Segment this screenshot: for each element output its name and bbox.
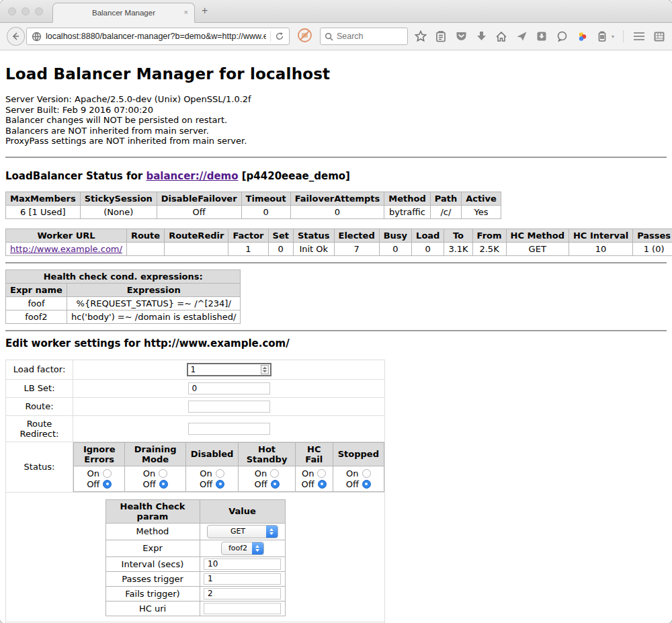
search-icon: [325, 32, 333, 41]
draining-mode-on-radio[interactable]: [159, 469, 167, 478]
proxypass-note-line: ProxyPass settings are NOT inherited fro…: [5, 136, 667, 147]
lb-set-row: LB Set:: [6, 379, 385, 397]
expr-select[interactable]: foof2: [221, 542, 264, 555]
expr-label: Expr: [106, 540, 200, 556]
hc-fail-off-radio[interactable]: [318, 480, 327, 489]
hot-standby-on-radio[interactable]: [270, 469, 279, 478]
route-input[interactable]: [188, 401, 270, 413]
ignore-errors-on-radio[interactable]: [103, 469, 112, 478]
number-spinner-icon[interactable]: [261, 365, 269, 374]
method-select[interactable]: GET: [207, 525, 278, 538]
browser-window: Balancer Manager × + localhost:8880/bala…: [0, 0, 672, 623]
worker-url-link[interactable]: http://www.example.com/: [10, 244, 122, 254]
passes-input[interactable]: [204, 573, 281, 585]
fails-label: Fails trigger): [106, 586, 200, 601]
hc-fail-on-radio[interactable]: [317, 469, 326, 478]
search-bar[interactable]: [320, 28, 408, 45]
table-header-row: MaxMembers StickySession DisableFailover…: [6, 192, 501, 205]
fails-input[interactable]: [204, 588, 281, 599]
health-check-params-table: Health Check param Value Method GET: [106, 499, 286, 616]
load-factor-field[interactable]: [187, 363, 271, 376]
table-row: 6 [1 Used] (None) Off 0 0 bytraffic /c/ …: [6, 205, 501, 218]
hc-uri-row: HC uri: [106, 601, 285, 616]
colors-icon: [577, 31, 588, 42]
balancer-status-heading: LoadBalancer Status for balancer://demo …: [5, 170, 667, 182]
grid-extension-button[interactable]: [653, 30, 665, 43]
table-row: foof %{REQUEST_STATUS} =~ /^[234]/: [6, 296, 241, 310]
colors-extension-button[interactable]: [576, 30, 589, 43]
route-redirect-label: Route Redirect:: [6, 415, 73, 442]
select-stepper-icon: [266, 526, 278, 538]
divider: [5, 330, 667, 331]
new-tab-button[interactable]: +: [202, 5, 208, 17]
hot-standby-off-radio[interactable]: [271, 480, 280, 489]
passes-label: Passes trigger: [106, 571, 200, 586]
draining-mode-off-radio[interactable]: [159, 480, 168, 489]
hc-uri-input[interactable]: [204, 603, 281, 614]
server-info: Server Version: Apache/2.5.0-dev (Unix) …: [5, 94, 667, 147]
tab-close-icon[interactable]: ×: [184, 9, 188, 16]
select-stepper-icon: [252, 542, 263, 554]
page-content: Load Balancer Manager for localhost Serv…: [0, 50, 672, 623]
disabled-on-radio[interactable]: [216, 469, 224, 478]
route-label: Route:: [6, 397, 73, 415]
hc-expr-title: Health check cond. expressions:: [6, 269, 241, 283]
route-row: Route:: [6, 397, 385, 415]
navigation-toolbar: localhost:8880/balancer-manager?b=demo&w…: [0, 23, 672, 50]
reading-list-button[interactable]: [435, 30, 448, 43]
load-factor-input[interactable]: [188, 365, 261, 374]
lb-set-label: LB Set:: [6, 379, 73, 397]
send-tab-button[interactable]: [515, 30, 528, 43]
url-text[interactable]: localhost:8880/balancer-manager?b=demo&w…: [46, 32, 266, 41]
load-factor-row: Load factor:: [6, 360, 385, 379]
disabled-off-radio[interactable]: [216, 480, 224, 489]
balancer-status-table: MaxMembers StickySession DisableFailover…: [5, 192, 501, 219]
window-controls[interactable]: [8, 7, 43, 15]
tab-bar: Balancer Manager × +: [0, 0, 672, 23]
content-blocked-button[interactable]: [297, 28, 312, 46]
edit-worker-heading: Edit worker settings for http://www.exam…: [5, 337, 667, 349]
toolbar-icons: ▾: [415, 30, 665, 43]
persist-note-line: Balancer changes will NOT be persisted o…: [5, 115, 667, 126]
window-close-button[interactable]: [8, 7, 16, 15]
window-zoom-button[interactable]: [35, 7, 43, 15]
table-header-row: Worker URL Route RouteRedir Factor Set S…: [6, 229, 672, 242]
panel-download-button[interactable]: [536, 30, 548, 43]
stopped-off-radio[interactable]: [362, 480, 371, 489]
hc-uri-label: HC uri: [106, 601, 200, 616]
status-label: Status:: [6, 442, 73, 492]
browser-tab[interactable]: Balancer Manager ×: [52, 3, 195, 23]
divider: [5, 262, 667, 263]
menu-button[interactable]: [632, 30, 645, 43]
server-built-line: Server Built: Feb 9 2016 07:00:20: [5, 105, 667, 116]
blocked-icon: [297, 28, 312, 43]
tab-title: Balancer Manager: [92, 9, 155, 17]
chat-button[interactable]: [556, 30, 569, 43]
globe-icon: [32, 32, 42, 42]
interval-row: Interval (secs): [106, 556, 285, 571]
container-extension-button[interactable]: [596, 30, 609, 43]
back-button[interactable]: [7, 27, 25, 46]
fails-row: Fails trigger): [106, 586, 285, 601]
search-input[interactable]: [337, 32, 401, 41]
table-row: http://www.example.com/ 1 0 Init Ok 7 0 …: [6, 242, 672, 255]
reload-icon[interactable]: [275, 32, 284, 41]
panel-download-icon: [536, 31, 547, 42]
url-bar[interactable]: localhost:8880/balancer-manager?b=demo&w…: [26, 28, 290, 45]
pocket-button[interactable]: [455, 30, 468, 43]
status-flags-table: Ignore Errors Draining Mode Disabled Hot…: [73, 442, 384, 492]
method-label: Method: [106, 523, 200, 540]
interval-input[interactable]: [204, 558, 281, 570]
ignore-errors-off-radio[interactable]: [103, 480, 112, 489]
balancer-demo-link[interactable]: balancer://demo: [146, 170, 238, 182]
interval-label: Interval (secs): [106, 556, 200, 571]
stopped-on-radio[interactable]: [362, 469, 371, 478]
lb-set-input[interactable]: [188, 382, 270, 394]
inherit-note-line: Balancers are NOT inherited from main se…: [5, 126, 667, 136]
route-redirect-input[interactable]: [188, 423, 270, 435]
bookmark-star-button[interactable]: [415, 30, 427, 43]
home-button[interactable]: [495, 30, 508, 43]
chevron-down-icon[interactable]: ▾: [612, 34, 614, 40]
window-minimize-button[interactable]: [22, 7, 30, 15]
downloads-button[interactable]: [475, 30, 488, 43]
